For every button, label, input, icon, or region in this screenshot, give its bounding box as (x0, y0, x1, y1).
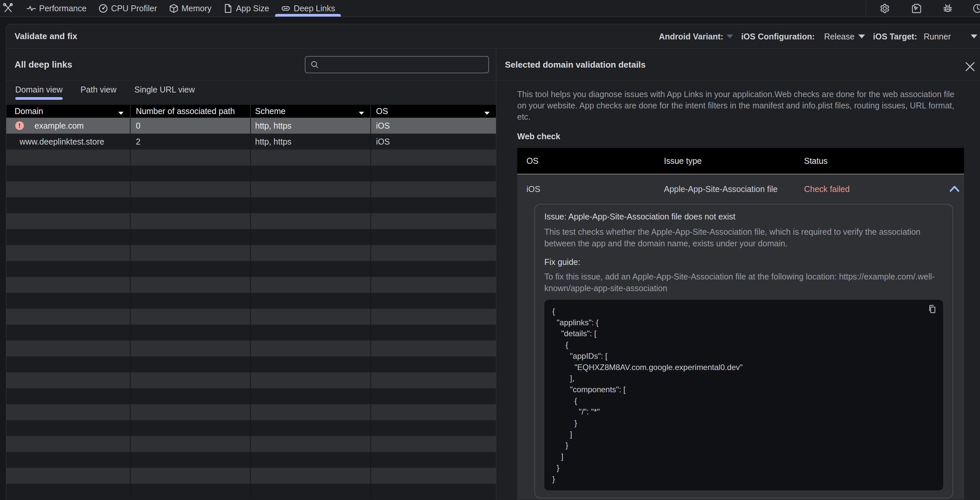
cell-os: iOS (527, 184, 664, 194)
tab-label: CPU Profiler (111, 4, 157, 13)
android-variant-label: Android Variant: (659, 32, 723, 42)
tab-label: Single URL view (135, 85, 195, 94)
copy-icon[interactable] (928, 304, 937, 314)
column-header-os[interactable]: OS (371, 105, 496, 118)
web-check-expanded-section: iOS Apple-App-Site-Association file Chec… (517, 174, 964, 500)
validation-details-panel: This tool helps you diagnose issues with… (496, 81, 980, 500)
tab-label: Memory (181, 4, 212, 13)
file-icon (223, 4, 233, 13)
android-variant-dropdown[interactable] (727, 35, 733, 38)
pulse-icon (27, 4, 36, 13)
search-box[interactable] (305, 56, 489, 73)
all-deep-links-title: All deep links (14, 60, 72, 70)
table-row-empty (6, 436, 496, 452)
toolbox-wrench-icon[interactable] (912, 3, 922, 14)
table-row-empty (6, 484, 496, 500)
column-header-scheme[interactable]: Scheme (251, 105, 371, 118)
tab-label: App Size (236, 4, 269, 13)
tab-deep-links[interactable]: Deep Links (281, 0, 335, 17)
table-row[interactable]: !example.com0http, httpsiOS (6, 118, 496, 134)
tab-domain-view[interactable]: Domain view (15, 81, 63, 100)
table-row-empty (6, 468, 496, 484)
devtools-toolbar: Performance CPU Profiler Memory App Size (0, 0, 980, 17)
deep-links-card: Validate and fix Android Variant: iOS Co… (6, 24, 980, 500)
code-content: { "applinks": { "details": [ { "appIDs":… (552, 306, 935, 484)
table-row-empty (6, 181, 496, 197)
issue-details-box: Issue: Apple-App-Site-Association file d… (535, 204, 953, 498)
cell-domain: www.deeplinktest.store (6, 134, 130, 150)
column-header-os: OS (527, 156, 664, 166)
domains-table: Domain Number of associated path Scheme … (6, 105, 496, 500)
cell-scheme: http, https (251, 118, 371, 134)
table-row-empty (6, 309, 496, 324)
validation-details-title: Selected domain validation details (505, 60, 646, 70)
settings-gear-icon[interactable] (880, 3, 890, 14)
tab-cpu-profiler[interactable]: CPU Profiler (99, 0, 157, 17)
table-row-empty (6, 261, 496, 277)
search-icon (310, 60, 320, 69)
column-header-status: Status (804, 156, 827, 166)
tab-label: Path view (81, 85, 116, 94)
column-header-issue-type: Issue type (664, 156, 804, 166)
table-row-empty (6, 388, 496, 404)
cell-os: iOS (371, 134, 496, 150)
validation-description: This tool helps you diagnose issues with… (517, 88, 964, 122)
ios-configuration-value[interactable]: Release (824, 32, 854, 42)
sort-arrow-icon (359, 112, 364, 115)
cell-paths: 0 (130, 118, 251, 134)
right-panel-header: Selected domain validation details (496, 49, 980, 81)
link-icon (281, 4, 291, 13)
table-row-empty (6, 150, 496, 165)
table-row-empty (6, 356, 496, 372)
sort-arrow-icon (118, 112, 124, 115)
search-input[interactable] (320, 60, 488, 69)
table-row-empty (6, 324, 496, 340)
table-row-empty (6, 277, 496, 293)
code-block: { "applinks": { "details": [ { "appIDs":… (544, 300, 943, 490)
fix-guide-label: Fix guide: (544, 257, 943, 267)
cell-os: iOS (371, 118, 496, 134)
web-check-row-ios[interactable]: iOS Apple-App-Site-Association file Chec… (517, 174, 964, 204)
ios-configuration-dropdown[interactable] (858, 35, 865, 38)
table-row-empty (6, 404, 496, 420)
table-row[interactable]: www.deeplinktest.store2http, httpsiOS (6, 134, 496, 150)
table-row-empty (6, 165, 496, 181)
clock-icon[interactable] (972, 3, 980, 14)
chevron-up-icon[interactable] (949, 184, 960, 193)
web-check-table-header: OS Issue type Status (517, 148, 964, 174)
domains-table-header: Domain Number of associated path Scheme … (6, 105, 496, 118)
bug-icon[interactable] (943, 3, 953, 14)
table-row-empty (6, 293, 496, 309)
cell-paths: 2 (130, 134, 251, 150)
web-check-table: OS Issue type Status iOS Apple-App-Site-… (517, 148, 964, 500)
left-panel-header: All deep links (6, 49, 496, 81)
domains-table-body: !example.com0http, httpsiOSwww.deeplinkt… (6, 118, 496, 500)
column-header-paths[interactable]: Number of associated path (130, 105, 251, 118)
selected-tab-underline (15, 97, 63, 100)
tab-app-size[interactable]: App Size (223, 0, 269, 17)
tab-memory[interactable]: Memory (169, 0, 212, 17)
issue-title: Issue: Apple-App-Site-Association file d… (544, 212, 943, 222)
cell-scheme: http, https (251, 134, 371, 150)
tab-label: Domain view (15, 85, 63, 94)
ios-target-dropdown[interactable] (971, 35, 977, 38)
deep-links-left-panel: Domain view Path view Single URL view (6, 81, 496, 500)
sort-arrow-icon (484, 112, 490, 115)
devtools-screen: Performance CPU Profiler Memory App Size (0, 0, 980, 500)
table-row-empty (6, 197, 496, 213)
tab-performance[interactable]: Performance (27, 0, 86, 17)
table-row-empty (6, 340, 496, 356)
cell-domain: !example.com (6, 118, 130, 134)
fix-guide-text: To fix this issue, add an Apple-App-Site… (544, 271, 943, 294)
column-header-domain[interactable]: Domain (6, 105, 130, 118)
table-row-empty (6, 229, 496, 245)
cell-issue-type: Apple-App-Site-Association file (664, 184, 804, 194)
tab-path-view[interactable]: Path view (81, 81, 116, 100)
issue-description: This test checks whether the Apple-App-S… (544, 226, 943, 249)
ios-target-value[interactable]: Runner (924, 32, 951, 42)
tab-single-url-view[interactable]: Single URL view (135, 81, 195, 100)
close-icon[interactable] (963, 60, 977, 73)
table-row-empty (6, 420, 496, 436)
web-check-heading: Web check (517, 132, 964, 141)
tab-label: Deep Links (294, 4, 335, 13)
